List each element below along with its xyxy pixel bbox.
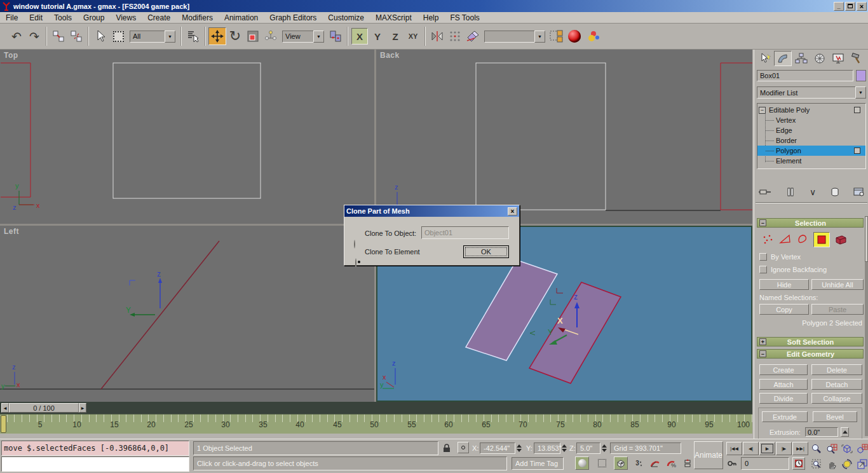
restrict-z-button[interactable]: Z bbox=[387, 28, 403, 45]
select-and-move-icon[interactable] bbox=[208, 27, 226, 45]
key-mode-toggle-icon[interactable] bbox=[726, 457, 738, 470]
make-unique-icon[interactable]: ∨ bbox=[810, 187, 816, 197]
selection-region-icon[interactable] bbox=[109, 27, 127, 45]
tab-utilities-icon[interactable] bbox=[848, 51, 865, 66]
animate-button[interactable]: Animate bbox=[694, 441, 723, 469]
stack-item-border[interactable]: Border bbox=[757, 135, 865, 146]
menu-graph-editors[interactable]: Graph Editors bbox=[264, 12, 322, 24]
extrude-button[interactable]: Extrude bbox=[762, 411, 808, 422]
clone-object-name-field-disabled[interactable]: Object01 bbox=[421, 226, 509, 239]
dropdown-arrow-icon[interactable]: ▼ bbox=[855, 86, 866, 99]
bevel-button[interactable]: Bevel bbox=[813, 411, 857, 422]
go-to-start-button[interactable]: |◀◀ bbox=[726, 442, 742, 455]
go-to-end-button[interactable]: ▶▶| bbox=[792, 442, 808, 455]
select-and-manipulate-icon[interactable] bbox=[262, 27, 280, 45]
dropdown-arrow-icon[interactable]: ▼ bbox=[165, 31, 175, 43]
element-subobject-icon[interactable] bbox=[834, 233, 848, 246]
stack-item-edge[interactable]: Edge bbox=[757, 125, 865, 135]
viewport-left[interactable]: Left z Y z y x bbox=[0, 226, 374, 402]
pin-stack-icon[interactable] bbox=[758, 187, 772, 197]
restore-button[interactable] bbox=[845, 2, 855, 11]
z-coordinate-field[interactable]: 5.0" bbox=[576, 442, 600, 454]
menu-customize[interactable]: Customize bbox=[322, 12, 370, 24]
menu-fs-tools[interactable]: FS Tools bbox=[444, 12, 485, 24]
detach-button[interactable]: Detach bbox=[811, 379, 862, 390]
object-color-swatch[interactable] bbox=[856, 70, 866, 81]
track-bar[interactable]: 5 10 15 20 25 30 35 40 45 50 55 60 65 70… bbox=[0, 414, 752, 434]
region-zoom-icon[interactable] bbox=[809, 457, 824, 470]
panel-scrollbar-thumb[interactable] bbox=[865, 216, 868, 262]
stack-item-vertex[interactable]: Vertex bbox=[757, 115, 865, 125]
rollout-selection-header[interactable]: − Selection bbox=[757, 218, 864, 228]
restrict-xy-plane-button[interactable]: XY bbox=[405, 28, 421, 45]
ignore-backfacing-checkbox[interactable] bbox=[759, 266, 767, 273]
track-view-icon[interactable] bbox=[548, 27, 566, 45]
menu-group[interactable]: Group bbox=[78, 12, 110, 24]
select-by-name-icon[interactable] bbox=[184, 27, 202, 45]
tab-hierarchy-icon[interactable] bbox=[792, 51, 810, 66]
mirror-icon[interactable] bbox=[428, 27, 446, 45]
y-coordinate-field[interactable]: 13.853" bbox=[534, 442, 560, 454]
vertex-subobject-icon[interactable] bbox=[762, 233, 775, 246]
stack-item-polygon-selected[interactable]: Polygon bbox=[757, 146, 865, 156]
delete-button[interactable]: Delete bbox=[811, 364, 862, 375]
maxscript-listener-output[interactable]: move $.selectedFaces [-0.396864,0,0] bbox=[1, 441, 189, 456]
select-and-link-icon[interactable] bbox=[50, 27, 67, 45]
spinner-snap-icon[interactable] bbox=[681, 456, 695, 470]
named-selection-dropdown[interactable]: ▼ bbox=[484, 31, 545, 43]
object-name-field[interactable]: Box01 bbox=[757, 70, 853, 81]
create-button[interactable]: Create bbox=[759, 364, 808, 375]
configure-modifier-sets-icon[interactable] bbox=[853, 187, 865, 197]
current-frame-field[interactable]: 0 bbox=[741, 457, 789, 470]
border-subobject-icon[interactable] bbox=[796, 233, 809, 246]
dialog-title-bar[interactable]: Clone Part of Mesh × bbox=[344, 205, 519, 217]
pan-view-icon[interactable] bbox=[824, 457, 839, 470]
clone-to-object-label[interactable]: Clone To Object: bbox=[365, 230, 416, 237]
add-time-tag-field[interactable]: Add Time Tag bbox=[512, 457, 564, 470]
by-vertex-checkbox[interactable] bbox=[759, 253, 767, 261]
copy-button[interactable]: Copy bbox=[759, 304, 809, 315]
close-button[interactable]: × bbox=[857, 2, 867, 11]
hide-button[interactable]: Hide bbox=[759, 279, 809, 290]
track-bar-frame-handle[interactable] bbox=[1, 415, 6, 433]
select-and-scale-icon[interactable] bbox=[244, 27, 262, 45]
stack-collapse-icon[interactable]: − bbox=[759, 107, 766, 114]
extrusion-spinner[interactable] bbox=[841, 427, 849, 437]
degradation-override-icon[interactable] bbox=[575, 456, 589, 470]
paste-button-disabled[interactable]: Paste bbox=[811, 304, 864, 315]
stack-onoff-toggle[interactable] bbox=[854, 147, 860, 154]
menu-create[interactable]: Create bbox=[142, 12, 176, 24]
viewport-back-label[interactable]: Back bbox=[380, 51, 400, 60]
viewport-left-label[interactable]: Left bbox=[4, 227, 19, 236]
time-slider-button[interactable]: 0 / 100 bbox=[9, 403, 79, 413]
attach-button[interactable]: Attach bbox=[759, 379, 808, 390]
undo-icon[interactable]: ↶ bbox=[8, 27, 25, 45]
angle-snap-icon[interactable] bbox=[648, 456, 662, 470]
menu-views[interactable]: Views bbox=[110, 12, 142, 24]
dialog-close-icon[interactable]: × bbox=[508, 207, 517, 216]
minimize-button[interactable]: _ bbox=[834, 2, 844, 11]
menu-tools[interactable]: Tools bbox=[48, 12, 78, 24]
time-slider-next-icon[interactable]: ▶ bbox=[79, 403, 86, 413]
viewport-back[interactable]: Back z x bbox=[376, 50, 752, 224]
panel-scrollbar-track[interactable] bbox=[865, 216, 868, 436]
render-scene-icon[interactable] bbox=[583, 27, 601, 45]
tab-display-icon[interactable] bbox=[829, 51, 847, 66]
clone-to-element-radio[interactable] bbox=[355, 258, 356, 267]
clone-to-object-radio[interactable] bbox=[354, 240, 355, 249]
selection-lock-icon[interactable] bbox=[441, 442, 452, 454]
absolute-offset-toggle-icon[interactable] bbox=[458, 442, 469, 453]
tab-modify-icon[interactable] bbox=[774, 51, 792, 66]
arc-rotate-icon[interactable] bbox=[839, 457, 854, 470]
divide-button[interactable]: Divide bbox=[759, 393, 808, 404]
stack-item-element[interactable]: Element bbox=[757, 156, 865, 166]
unhide-all-button[interactable]: Unhide All bbox=[811, 279, 864, 290]
collapse-button[interactable]: Collapse bbox=[811, 393, 862, 404]
unlink-selection-icon[interactable] bbox=[67, 27, 85, 45]
modifier-list-dropdown[interactable]: Modifier List ▼ bbox=[757, 86, 866, 99]
dropdown-arrow-icon[interactable]: ▼ bbox=[313, 31, 324, 43]
play-animation-button[interactable]: ▶ bbox=[759, 442, 775, 455]
min-max-toggle-icon[interactable] bbox=[855, 457, 868, 470]
zoom-extents-all-icon[interactable] bbox=[855, 442, 868, 455]
remove-modifier-icon[interactable] bbox=[831, 187, 839, 197]
